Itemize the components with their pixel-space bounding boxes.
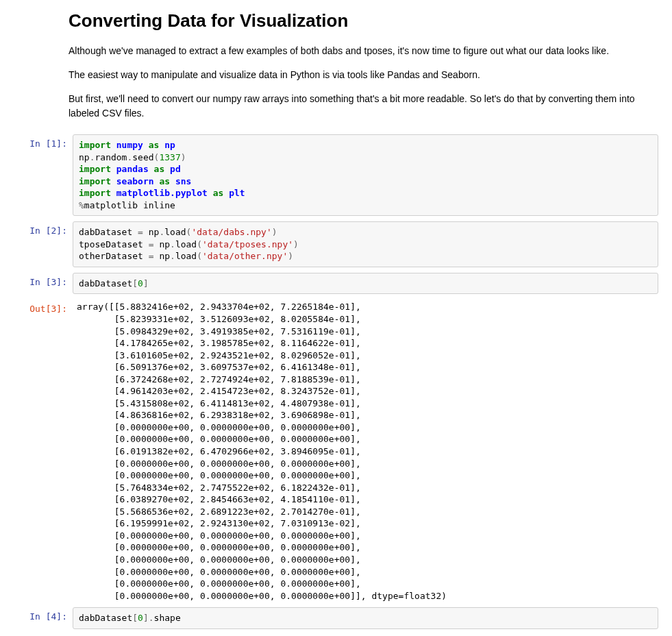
identifier: np	[79, 152, 90, 162]
input-prompt: In [3]:	[14, 273, 73, 287]
identifier: np	[143, 227, 159, 237]
dot: .	[170, 251, 175, 261]
markdown-paragraph: The easiest way to manipulate and visual…	[69, 68, 658, 82]
markdown-cell: Converting Data for Visualization Althou…	[14, 10, 658, 121]
code-input[interactable]: dabDataset[0]	[73, 273, 658, 295]
dot: .	[170, 239, 175, 249]
string-literal: 'data/tposes.npy'	[202, 239, 293, 249]
code-cell: In [1]: import numpy as np np.random.see…	[14, 134, 658, 216]
module-seaborn: seaborn	[116, 176, 154, 186]
bracket-close: ]	[143, 613, 149, 623]
output-cell: Out[3]: array([[5.8832416e+02, 2.9433704…	[14, 299, 658, 602]
output-text: array([[5.8832416e+02, 2.9433704e+02, 7.…	[73, 299, 658, 602]
identifier: otherDataset	[79, 251, 149, 261]
markdown-paragraph: Although we've managed to extract a few …	[69, 44, 658, 58]
alias-sns: sns	[175, 176, 191, 186]
dot: .	[149, 613, 154, 623]
alias-pd: pd	[170, 164, 181, 174]
module-matplotlib: matplotlib.pyplot	[116, 188, 208, 198]
markdown-heading: Converting Data for Visualization	[69, 10, 658, 32]
output-prompt: Out[3]:	[14, 299, 73, 314]
identifier: np	[154, 239, 170, 249]
keyword-as: as	[159, 176, 170, 186]
number-literal: 0	[138, 613, 143, 623]
input-prompt: In [1]:	[14, 134, 73, 149]
function-load: load	[175, 239, 197, 249]
keyword-as: as	[149, 140, 160, 150]
paren-close: )	[293, 239, 299, 249]
string-literal: 'data/other.npy'	[202, 251, 288, 261]
equals: =	[149, 251, 154, 261]
function-seed: seed	[132, 152, 153, 162]
keyword-import: import	[79, 164, 111, 174]
attribute-shape: shape	[154, 613, 181, 623]
identifier: dabDataset	[79, 278, 132, 289]
bracket-open: [	[132, 613, 138, 623]
number-literal: 1337	[159, 152, 180, 162]
alias-np: np	[164, 140, 175, 150]
identifier: dabDataset	[79, 227, 138, 237]
keyword-import: import	[79, 188, 111, 198]
code-input[interactable]: dabDataset[0].shape	[73, 607, 658, 629]
paren-close: )	[288, 251, 293, 261]
equals: =	[149, 239, 154, 249]
keyword-as: as	[154, 164, 165, 174]
notebook: Converting Data for Visualization Althou…	[0, 0, 672, 636]
function-load: load	[164, 227, 186, 237]
code-cell: In [4]: dabDataset[0].shape	[14, 607, 658, 629]
code-input[interactable]: dabDataset = np.load('data/dabs.npy') tp…	[73, 221, 658, 267]
bracket-close: ]	[143, 278, 149, 289]
code-input[interactable]: import numpy as np np.random.seed(1337) …	[73, 134, 658, 216]
code-cell: In [3]: dabDataset[0]	[14, 273, 658, 295]
code-cell: In [2]: dabDataset = np.load('data/dabs.…	[14, 221, 658, 267]
identifier: dabDataset	[79, 613, 132, 623]
input-prompt: In [2]:	[14, 221, 73, 236]
identifier: tposeDataset	[79, 239, 149, 249]
identifier: np	[154, 251, 170, 261]
number-literal: 0	[138, 278, 143, 289]
keyword-import: import	[79, 176, 111, 186]
paren-open: (	[197, 251, 202, 261]
module-pandas: pandas	[116, 164, 149, 174]
keyword-as: as	[213, 188, 224, 198]
module-numpy: numpy	[116, 140, 143, 150]
bracket-open: [	[132, 278, 138, 289]
input-prompt: In [4]:	[14, 607, 73, 622]
equals: =	[138, 227, 143, 237]
identifier: random	[95, 152, 127, 162]
paren-open: (	[197, 239, 202, 249]
markdown-paragraph: But first, we'll need to convert our num…	[69, 92, 658, 121]
keyword-import: import	[79, 140, 111, 150]
magic-percent: %	[79, 200, 84, 210]
paren-close: )	[181, 152, 186, 162]
magic-command: matplotlib inline	[84, 200, 175, 210]
paren-close: )	[272, 227, 277, 237]
function-load: load	[175, 251, 197, 261]
alias-plt: plt	[229, 188, 245, 198]
string-literal: 'data/dabs.npy'	[191, 227, 271, 237]
